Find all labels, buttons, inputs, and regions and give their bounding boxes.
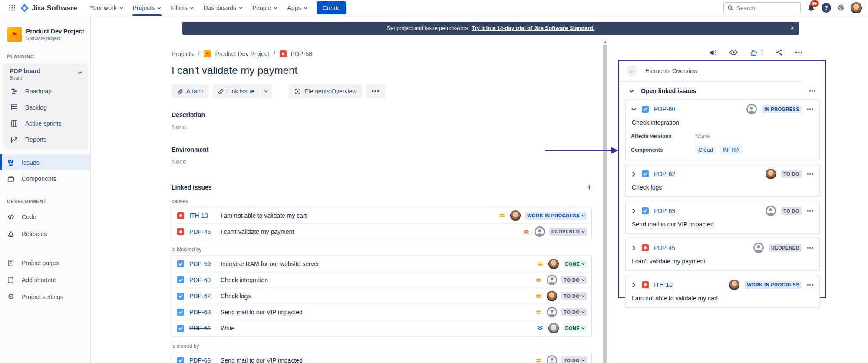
sidebar-item-backlog[interactable]: Backlog [3, 99, 88, 115]
issue-key[interactable]: PDP-62 [189, 293, 217, 300]
more-options-icon[interactable]: ••• [807, 245, 814, 251]
linked-issue-row[interactable]: PDP-60Check integrationTO DO [172, 272, 591, 288]
scrollbar-thumb[interactable] [603, 45, 607, 363]
banner-close-icon[interactable]: × [790, 24, 794, 31]
linked-issue-row[interactable]: PDP-63Send mail to our VIP impactedTO DO [172, 352, 591, 363]
nav-item-people[interactable]: People [248, 0, 283, 16]
linked-issue-row[interactable]: PDP-59Increase RAM for our website serve… [172, 256, 591, 272]
status-lozenge[interactable]: REOPENED [769, 244, 802, 252]
chevron-down-icon[interactable] [631, 107, 637, 112]
create-button[interactable]: Create [317, 1, 346, 14]
issue-key[interactable]: PDP-45 [189, 228, 217, 235]
issue-key[interactable]: ITH-10 [189, 212, 217, 219]
issue-key[interactable]: PDP-45 [654, 244, 675, 251]
more-options-icon[interactable]: ••• [807, 282, 814, 288]
user-avatar[interactable] [851, 2, 862, 13]
sidebar-item-add-shortcut[interactable]: Add shortcut [0, 271, 90, 288]
issue-key[interactable]: PDP-63 [654, 207, 675, 214]
nav-item-projects[interactable]: Projects [128, 0, 166, 16]
linked-issue-row[interactable]: PDP-61WriteDONE [172, 320, 591, 336]
status-lozenge[interactable]: WORK IN PROGRESS [525, 212, 587, 220]
environment-value[interactable]: None [172, 158, 592, 165]
issue-key[interactable]: PDP-63 [189, 309, 217, 316]
link-issue-button[interactable]: Link issue [212, 84, 259, 98]
breadcrumb-projects[interactable]: Projects [172, 50, 194, 57]
link-issue-dropdown-button[interactable] [260, 84, 272, 98]
jira-logo[interactable]: Jira Software [20, 3, 77, 13]
chevron-down-icon[interactable] [629, 88, 634, 94]
notifications-bell-icon[interactable]: 9+ [807, 3, 815, 12]
issue-key[interactable]: PDP-61 [189, 325, 217, 332]
chevron-right-icon[interactable] [631, 208, 637, 214]
status-lozenge[interactable]: DONE [563, 324, 587, 332]
app-switcher-icon[interactable] [6, 2, 18, 14]
search-box[interactable] [723, 2, 801, 13]
share-icon[interactable] [775, 48, 783, 57]
issue-key[interactable]: PDP-62 [654, 170, 675, 177]
issue-title[interactable]: I can't validate my payment [172, 64, 592, 77]
watch-eye-icon[interactable] [729, 48, 738, 57]
board-switcher[interactable]: PDP board Board [3, 63, 88, 83]
status-lozenge[interactable]: REOPENED [549, 228, 587, 236]
status-lozenge[interactable]: TO DO [561, 308, 587, 316]
more-options-icon[interactable]: ••• [807, 171, 814, 177]
nav-item-apps[interactable]: Apps [282, 0, 312, 16]
sidebar-item-project-settings[interactable]: ⚙Project settings [0, 288, 90, 305]
nav-item-your-work[interactable]: Your work [85, 0, 128, 16]
component-tag[interactable]: Cloud [695, 145, 716, 154]
more-options-icon[interactable]: ••• [807, 106, 814, 112]
status-lozenge[interactable]: TO DO [561, 276, 587, 284]
status-lozenge[interactable]: TO DO [561, 292, 587, 300]
nav-item-dashboards[interactable]: Dashboards [198, 0, 248, 16]
status-lozenge[interactable]: IN PROGRESS [762, 105, 802, 113]
issue-key[interactable]: PDP-60 [189, 276, 217, 283]
component-tag[interactable]: INFRA [719, 145, 743, 154]
panel-more-options-icon[interactable]: ••• [809, 88, 816, 94]
backlog-icon [10, 103, 19, 111]
sidebar-item-issues[interactable]: Issues [0, 154, 90, 170]
breadcrumb-project[interactable]: Product Dev Project [215, 50, 269, 57]
sidebar-item-reports[interactable]: Reports [3, 131, 88, 147]
issue-key[interactable]: ITH-10 [654, 281, 673, 288]
issue-key[interactable]: PDP-59 [189, 260, 217, 267]
nav-item-filters[interactable]: Filters [166, 0, 198, 16]
more-actions-button[interactable]: ••• [366, 84, 385, 98]
chevron-right-icon[interactable] [631, 282, 637, 288]
sidebar-item-roadmap[interactable]: Roadmap [3, 83, 88, 99]
help-icon[interactable]: ? [822, 3, 831, 13]
attach-button[interactable]: Attach [172, 84, 209, 98]
scroll-up-arrow[interactable]: ▲ [602, 38, 608, 45]
sidebar-item-releases[interactable]: Releases [0, 225, 90, 242]
chevron-right-icon[interactable] [631, 245, 637, 251]
sidebar-item-active-sprints[interactable]: Active sprints [3, 115, 88, 131]
linked-issue-row[interactable]: PDP-62Check logsTO DO [172, 288, 591, 304]
issue-key[interactable]: PDP-60 [654, 106, 675, 113]
settings-gear-icon[interactable]: ⚙ [837, 4, 845, 12]
status-lozenge[interactable]: DONE [563, 260, 587, 268]
issue-summary: Send mail to our VIP impacted [221, 309, 535, 316]
sidebar-item-project-pages[interactable]: Project pages [0, 254, 90, 271]
breadcrumb-issue-key[interactable]: PDP-58 [291, 50, 312, 57]
sidebar-item-code[interactable]: Code [0, 208, 90, 225]
description-value[interactable]: None [172, 123, 592, 130]
linked-issue-row[interactable]: PDP-45I can't validate my paymentREOPENE… [172, 223, 591, 240]
sidebar-item-components[interactable]: Components [0, 170, 90, 186]
linked-issue-row[interactable]: PDP-63Send mail to our VIP impactedTO DO [172, 304, 591, 320]
issue-key[interactable]: PDP-63 [189, 357, 217, 363]
feedback-megaphone-icon[interactable] [709, 48, 717, 57]
banner-trial-link[interactable]: Try it in a 14-day trial of Jira Softwar… [472, 25, 594, 31]
search-input[interactable] [736, 5, 789, 11]
elements-overview-button[interactable]: Elements Overview [289, 84, 362, 98]
nav-item-label: Your work [90, 4, 117, 11]
status-lozenge[interactable]: TO DO [781, 170, 802, 178]
linked-issue-row[interactable]: ITH-10I am not able to validate my cartW… [172, 207, 591, 223]
add-linked-issue-icon[interactable]: + [587, 183, 592, 192]
status-lozenge[interactable]: WORK IN PROGRESS [745, 281, 802, 289]
status-lozenge[interactable]: TO DO [561, 356, 587, 363]
chevron-right-icon[interactable] [631, 171, 637, 177]
status-lozenge[interactable]: TO DO [781, 207, 802, 215]
like-control[interactable]: 1 [750, 49, 763, 57]
more-options-icon[interactable]: ••• [795, 49, 803, 56]
more-options-icon[interactable]: ••• [807, 208, 814, 214]
back-arrow-icon[interactable]: ← [626, 65, 637, 77]
